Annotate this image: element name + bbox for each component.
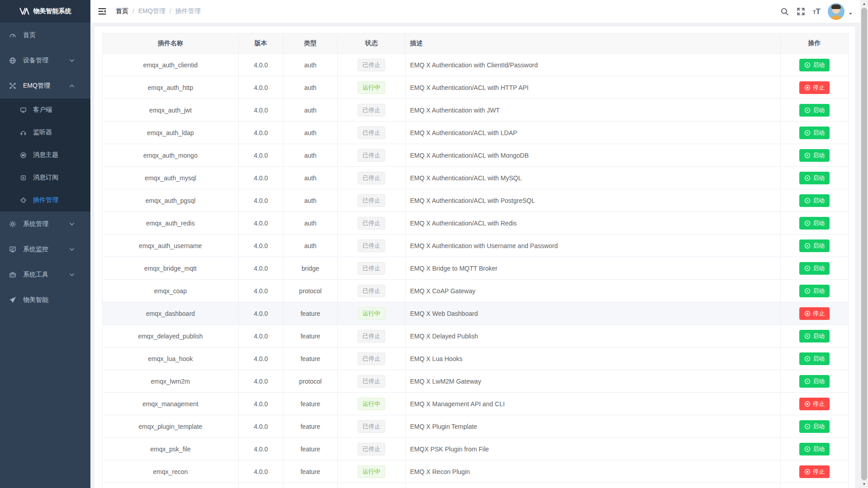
sidebar-item[interactable]: 系统工具 [0, 262, 90, 287]
start-button[interactable]: 启动 [799, 375, 830, 388]
sidebar-subitem[interactable]: 消息主题 [0, 144, 90, 166]
cell-plugin-name: emqx_auth_clientid [103, 54, 239, 76]
avatar[interactable] [828, 3, 844, 20]
play-circle-icon [804, 62, 811, 68]
cell-description: EMQ X Authentication with JWT [406, 99, 781, 122]
sidebar-item-label: 系统管理 [23, 220, 68, 228]
page-content: 插件名称版本类型状态描述操作 emqx_auth_clientid4.0.0au… [90, 23, 860, 488]
sidebar-subitem[interactable]: 消息订阅 [0, 166, 90, 189]
start-button[interactable]: 启动 [799, 104, 830, 117]
button-label: 启动 [813, 287, 825, 295]
sidebar-menu: 首页设备管理EMQ管理客户端监听器消息主题消息订阅插件管理系统管理系统监控系统工… [0, 23, 90, 488]
button-label: 启动 [813, 242, 825, 250]
sidebar-subitem[interactable]: 插件管理 [0, 189, 90, 211]
play-circle-icon [804, 197, 811, 204]
chevron-up-icon [68, 82, 75, 89]
stop-circle-icon [804, 310, 811, 317]
cell-plugin-name: emqx_coap [103, 280, 239, 302]
font-size-icon[interactable]: TT [813, 8, 821, 15]
start-button[interactable]: 启动 [799, 149, 830, 162]
table-row: emqx_coap4.0.0protocol已停止EMQ X CoAP Gate… [103, 280, 849, 302]
button-label: 启动 [813, 129, 825, 137]
button-label: 启动 [813, 151, 825, 160]
cell-type: protocol [283, 370, 338, 393]
sidebar-item[interactable]: EMQ管理 [0, 73, 90, 99]
cell-status: 已停止 [338, 280, 406, 302]
start-button[interactable]: 启动 [799, 285, 830, 297]
sidebar-subitem[interactable]: 客户端 [0, 99, 90, 121]
table-row: emqx_reloader4.0.0feature已停止EMQ X Reload… [103, 483, 849, 488]
button-label: 启动 [813, 332, 825, 340]
start-button[interactable]: 启动 [799, 443, 830, 455]
sidebar-toggle-icon[interactable] [98, 7, 107, 16]
start-button[interactable]: 启动 [799, 352, 830, 365]
chevron-down-icon [68, 246, 75, 253]
settings-icon [9, 221, 16, 228]
start-button[interactable]: 启动 [799, 420, 830, 433]
page-scrollbar[interactable]: ▲ ▼ [860, 0, 868, 488]
table-row: emqx_auth_clientid4.0.0auth已停止EMQ X Auth… [103, 54, 849, 76]
button-label: 启动 [813, 174, 825, 182]
stop-button[interactable]: 停止 [799, 465, 830, 478]
start-button[interactable]: 启动 [799, 194, 830, 207]
scrollbar-down-arrow[interactable]: ▼ [860, 480, 868, 488]
button-label: 启动 [813, 197, 825, 205]
caret-down-icon[interactable] [848, 11, 853, 16]
cell-description: EMQ X Web Dashboard [406, 302, 781, 325]
sidebar-item[interactable]: 系统管理 [0, 211, 90, 237]
breadcrumb-item[interactable]: 首页 [116, 7, 128, 15]
start-button[interactable]: 启动 [799, 172, 830, 184]
cell-status: 运行中 [338, 76, 406, 99]
stop-button[interactable]: 停止 [799, 81, 830, 94]
sidebar-item[interactable]: 物美智能 [0, 287, 90, 313]
start-button[interactable]: 启动 [799, 217, 830, 230]
cell-description: EMQ X Lua Hooks [406, 347, 781, 370]
play-circle-icon [804, 356, 811, 362]
cell-type: feature [283, 347, 338, 370]
start-button[interactable]: 启动 [799, 127, 830, 139]
user-menu[interactable] [828, 3, 853, 20]
cell-description: EMQ X Plugin Template [406, 415, 781, 438]
scrollbar-up-arrow[interactable]: ▲ [860, 0, 868, 8]
topic-icon [20, 152, 27, 159]
button-label: 停止 [813, 400, 825, 408]
start-button[interactable]: 启动 [799, 59, 830, 71]
cell-type: auth [283, 212, 338, 235]
button-label: 启动 [813, 264, 825, 272]
play-circle-icon [804, 243, 811, 249]
sidebar-item[interactable]: 首页 [0, 23, 90, 48]
status-tag: 运行中 [358, 465, 385, 478]
cell-operation: 启动 [781, 347, 849, 370]
sidebar-item[interactable]: 系统监控 [0, 237, 90, 262]
table-row: emqx_auth_http4.0.0auth运行中EMQ X Authenti… [103, 76, 849, 99]
start-button[interactable]: 启动 [799, 262, 830, 275]
stop-button[interactable]: 停止 [799, 398, 830, 410]
cell-plugin-name: emqx_auth_mysql [103, 167, 239, 189]
app-logo[interactable]: 物美智能系统 [0, 0, 90, 23]
search-icon[interactable] [780, 7, 789, 16]
fullscreen-icon[interactable] [797, 7, 805, 16]
table-header-row: 插件名称版本类型状态描述操作 [103, 33, 849, 54]
cell-plugin-name: emqx_management [103, 393, 239, 415]
plugin-table: 插件名称版本类型状态描述操作 emqx_auth_clientid4.0.0au… [102, 33, 849, 488]
start-button[interactable]: 启动 [799, 330, 830, 343]
cell-plugin-name: emqx_auth_pgsql [103, 189, 239, 212]
cell-type: feature [283, 393, 338, 415]
sidebar-subitem-label: 监听器 [33, 128, 81, 136]
cell-description: EMQ X Management API and CLI [406, 393, 781, 415]
stop-button[interactable]: 停止 [799, 307, 830, 320]
cell-version: 4.0.0 [239, 415, 283, 438]
cell-version: 4.0.0 [239, 189, 283, 212]
cell-description: EMQ X LwM2M Gateway [406, 370, 781, 393]
cell-version: 4.0.0 [239, 370, 283, 393]
sidebar-subitem[interactable]: 监听器 [0, 121, 90, 144]
cell-type: auth [283, 167, 338, 189]
sidebar-item[interactable]: 设备管理 [0, 48, 90, 73]
cell-version: 4.0.0 [239, 438, 283, 460]
scrollbar-thumb[interactable] [861, 8, 867, 480]
cell-version: 4.0.0 [239, 144, 283, 167]
monitor-icon [9, 246, 16, 253]
play-circle-icon [804, 265, 811, 272]
start-button[interactable]: 启动 [799, 239, 830, 252]
cell-plugin-name: emqx_recon [103, 460, 239, 483]
